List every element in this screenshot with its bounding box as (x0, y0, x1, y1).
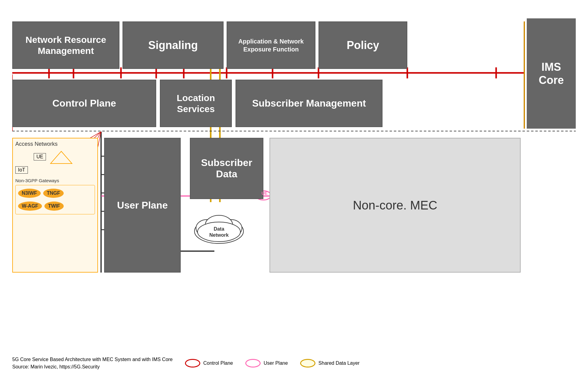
legend-control-plane-icon (185, 359, 200, 368)
ran-triangle: RAN (49, 150, 74, 165)
non3gpp-title: Non-3GPP Gateways (15, 178, 95, 183)
twif-label: TWIF (44, 202, 64, 211)
location-services-box: Location Services (160, 80, 232, 127)
ue-pink-label: UE (262, 191, 267, 196)
legend-shared-data-label: Shared Data Layer (318, 360, 360, 366)
svg-text:Network: Network (209, 232, 228, 238)
control-plane-label: Control Plane (52, 98, 116, 109)
subscriber-data-label: Subscriber Data (201, 157, 252, 180)
user-plane-label: User Plane (117, 200, 168, 211)
location-services-label: Location Services (177, 92, 215, 115)
access-networks-box: Access Networks UE RAN IoT Non-3GPP Gate… (12, 138, 98, 273)
policy-label: Policy (347, 39, 379, 52)
app-network-exposure-box: Application & Network Exposure Function (227, 21, 315, 69)
wagf-label: W-AGF (18, 202, 42, 211)
legend-control-plane-label: Control Plane (203, 360, 233, 366)
ims-core-label: IMS Core (539, 60, 564, 87)
app-network-exposure-label: Application & Network Exposure Function (238, 37, 303, 53)
data-network-box: Data Network (188, 208, 250, 248)
legend-shared-data-icon (300, 359, 315, 368)
network-resource-management-label: Network Resource Management (25, 34, 106, 56)
subscriber-management-box: Subscriber Management (236, 80, 383, 127)
diagram-container: Network Resource Management Signaling Ap… (12, 18, 576, 374)
non-core-mec-label: Non-core. MEC (353, 198, 437, 212)
caption-line1: 5G Core Service Based Architecture with … (12, 356, 173, 363)
svg-text:RAN: RAN (55, 165, 64, 165)
non-core-mec-box: Non-core. MEC (270, 138, 521, 273)
svg-point-39 (198, 222, 240, 242)
n3iwf-label: N3IWF (18, 189, 41, 198)
tngf-label: TNGF (43, 189, 64, 198)
access-networks-title: Access Networks (15, 141, 95, 147)
ue-box: UE (34, 153, 46, 160)
iot-box: IoT (15, 166, 28, 174)
subscriber-data-box: Subscriber Data (190, 138, 263, 199)
network-resource-management-box: Network Resource Management (12, 21, 119, 69)
signaling-label: Signaling (148, 39, 198, 52)
legend-user-plane: User Plane (245, 359, 288, 368)
svg-text:Data: Data (214, 226, 224, 232)
caption-text: 5G Core Service Based Architecture with … (12, 356, 173, 371)
svg-marker-33 (51, 151, 72, 164)
user-plane-box: User Plane (104, 138, 181, 273)
policy-box: Policy (318, 21, 407, 69)
ims-core-box: IMS Core (527, 18, 576, 129)
caption-line2: Source: Marin Ivezic, https://5G.Securit… (12, 363, 173, 371)
subscriber-management-label: Subscriber Management (252, 98, 366, 109)
legend-shared-data: Shared Data Layer (300, 359, 360, 368)
control-plane-box: Control Plane (12, 80, 156, 127)
signaling-box: Signaling (123, 21, 224, 69)
data-network-cloud: Data Network (191, 210, 247, 247)
legend: 5G Core Service Based Architecture with … (12, 356, 576, 371)
legend-user-plane-label: User Plane (264, 360, 288, 366)
legend-user-plane-icon (245, 359, 261, 368)
legend-control-plane: Control Plane (185, 359, 233, 368)
